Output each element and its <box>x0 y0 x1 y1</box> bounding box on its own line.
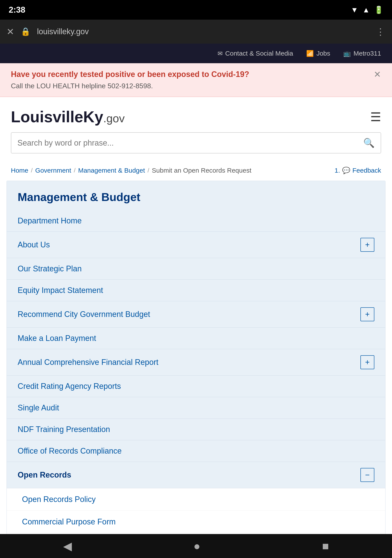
breadcrumb-sep-1: / <box>31 167 33 174</box>
hamburger-menu-btn[interactable]: ☰ <box>370 110 381 124</box>
sidebar-item-strategic-plan[interactable]: Our Strategic Plan <box>7 258 385 279</box>
breadcrumb-government[interactable]: Government <box>35 167 71 174</box>
search-icon[interactable]: 🔍 <box>363 138 375 148</box>
sidebar-item-label-single-audit: Single Audit <box>18 403 59 412</box>
status-time: 2:38 <box>9 5 25 15</box>
status-bar: 2:38 ▼ ▲ 🔋 <box>0 0 392 20</box>
alert-body: Call the LOU HEALTH helpline 502-912-859… <box>11 82 381 90</box>
expand-btn-city-budget[interactable]: + <box>360 307 374 321</box>
browser-menu-btn[interactable]: ⋮ <box>376 26 385 37</box>
sidebar-item-label-about-us: About Us <box>18 240 50 249</box>
sidebar-item-records-compliance[interactable]: Office of Records Compliance <box>7 440 385 462</box>
feedback-number: 1. <box>334 167 340 174</box>
sidebar-item-label-equity-impact: Equity Impact Statement <box>18 286 103 295</box>
sidebar-item-ndf-training[interactable]: NDF Training Presentation <box>7 418 385 440</box>
feedback-icon: 💬 <box>342 166 350 174</box>
feedback-btn[interactable]: 1. 💬 Feedback <box>334 166 381 174</box>
wifi-icon: ▼ <box>351 6 358 14</box>
browser-close-btn[interactable]: ✕ <box>7 26 14 37</box>
sidebar-item-about-us[interactable]: About Us+ <box>7 231 385 258</box>
sidebar-item-city-budget[interactable]: Recommend City Government Budget+ <box>7 301 385 327</box>
logo-suffix: .gov <box>103 112 125 125</box>
site-header: LouisvilleKy.gov ☰ <box>0 97 392 132</box>
bottom-nav: ◀ ● ■ <box>0 534 392 558</box>
expand-btn-financial-report[interactable]: + <box>360 355 374 369</box>
status-icons: ▼ ▲ 🔋 <box>351 5 383 14</box>
sidebar-item-label-strategic-plan: Our Strategic Plan <box>18 264 82 273</box>
sidebar-item-label-city-budget: Recommend City Government Budget <box>18 310 150 319</box>
browser-url[interactable]: louisvilleky.gov <box>37 27 369 36</box>
recents-btn[interactable]: ■ <box>313 537 338 555</box>
breadcrumb-sep-2: / <box>74 167 76 174</box>
nav-contact[interactable]: ✉ Contact & Social Media <box>218 50 293 57</box>
expand-btn-open-records[interactable]: − <box>360 468 374 482</box>
sub-item-commercial-purpose-form[interactable]: Commercial Purpose Form <box>7 511 385 533</box>
top-nav: ✉ Contact & Social Media 📶 Jobs 📺 Metro3… <box>0 44 392 63</box>
sidebar-item-single-audit[interactable]: Single Audit <box>7 397 385 418</box>
search-input[interactable] <box>17 139 363 148</box>
sidebar-item-label-financial-report: Annual Comprehensive Financial Report <box>18 358 158 367</box>
breadcrumb-management-budget[interactable]: Management & Budget <box>78 167 145 174</box>
alert-close-btn[interactable]: ✕ <box>374 69 381 79</box>
sidebar-item-dept-home[interactable]: Department Home <box>7 210 385 231</box>
back-btn[interactable]: ◀ <box>54 537 81 555</box>
feedback-label: Feedback <box>352 167 381 174</box>
sidebar-item-label-ndf-training: NDF Training Presentation <box>18 425 110 434</box>
contact-icon: ✉ <box>218 50 222 57</box>
signal-icon: ▲ <box>362 6 370 14</box>
sidebar-item-label-records-compliance: Office of Records Compliance <box>18 446 122 455</box>
breadcrumb-current: Submit an Open Records Request <box>152 167 251 174</box>
jobs-label: Jobs <box>316 50 330 57</box>
sidebar-item-label-dept-home: Department Home <box>18 216 82 225</box>
sidebar-item-label-loan-payment: Make a Loan Payment <box>18 334 96 343</box>
expand-btn-about-us[interactable]: + <box>360 238 374 252</box>
nav-metro311[interactable]: 📺 Metro311 <box>343 50 381 57</box>
logo-name: LouisvilleKy <box>11 108 103 126</box>
sidebar-item-equity-impact[interactable]: Equity Impact Statement <box>7 279 385 301</box>
site-logo[interactable]: LouisvilleKy.gov <box>11 108 125 126</box>
contact-label: Contact & Social Media <box>225 50 293 57</box>
metro311-icon: 📺 <box>343 50 351 57</box>
sidebar-item-credit-rating[interactable]: Credit Rating Agency Reports <box>7 375 385 397</box>
sidebar-item-financial-report[interactable]: Annual Comprehensive Financial Report+ <box>7 349 385 375</box>
alert-title: Have you recently tested positive or bee… <box>11 70 381 79</box>
breadcrumb-row: Home / Government / Management & Budget … <box>0 162 392 181</box>
nav-jobs[interactable]: 📶 Jobs <box>306 50 330 57</box>
sidebar-title: Management & Budget <box>7 181 385 210</box>
alert-banner: Have you recently tested positive or bee… <box>0 63 392 97</box>
breadcrumb-home[interactable]: Home <box>11 167 28 174</box>
breadcrumb-sep-3: / <box>148 167 149 174</box>
sidebar-item-label-open-records: Open Records <box>18 470 71 480</box>
sub-item-open-records-policy[interactable]: Open Records Policy <box>7 488 385 511</box>
sidebar-item-open-records[interactable]: Open Records− <box>7 462 385 488</box>
main-content: Management & Budget Department HomeAbout… <box>7 181 385 558</box>
breadcrumb: Home / Government / Management & Budget … <box>11 167 251 174</box>
search-container[interactable]: 🔍 <box>11 132 381 153</box>
sidebar-items-container: Department HomeAbout Us+Our Strategic Pl… <box>7 210 385 558</box>
browser-bar: ✕ 🔒 louisvilleky.gov ⋮ <box>0 20 392 44</box>
jobs-icon: 📶 <box>306 50 314 57</box>
sidebar-item-loan-payment[interactable]: Make a Loan Payment <box>7 327 385 349</box>
battery-icon: 🔋 <box>374 5 383 14</box>
metro311-label: Metro311 <box>353 50 381 57</box>
home-btn[interactable]: ● <box>185 537 209 555</box>
lock-icon: 🔒 <box>21 27 31 36</box>
sidebar-item-label-credit-rating: Credit Rating Agency Reports <box>18 382 121 391</box>
